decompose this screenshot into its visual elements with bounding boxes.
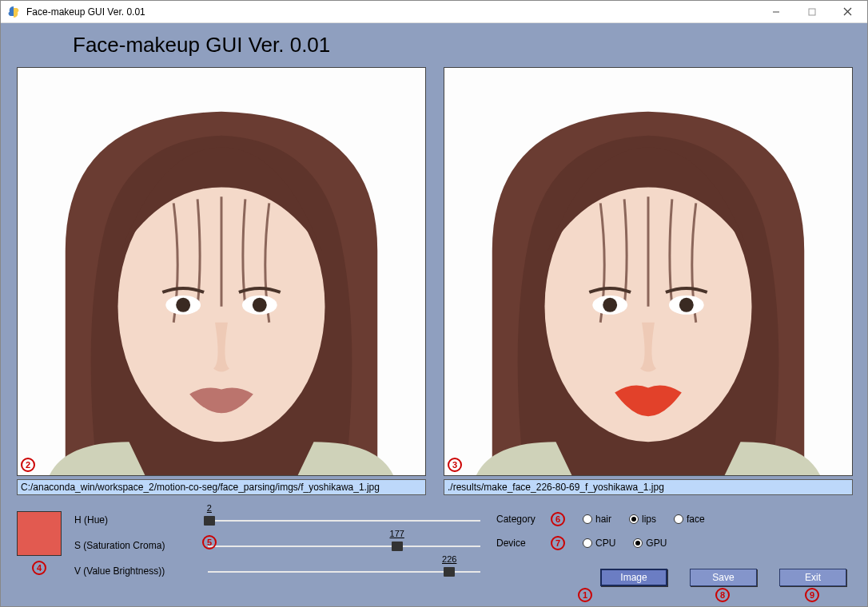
image-button[interactable]: Image [600,569,667,586]
annotation-9: 9 [805,588,819,602]
right-controls: Category 6 hair lips face Device 7 CPU G… [496,511,851,586]
device-row: Device 7 CPU GPU [496,535,851,551]
close-icon [843,7,852,16]
face-illustration-left [18,68,425,475]
hue-slider[interactable]: 2 [208,511,480,529]
annotation-1: 1 [578,588,592,602]
close-button[interactable] [830,2,866,22]
source-image: 2 [17,67,426,476]
left-image-column: 2 [17,67,426,495]
svg-rect-1 [809,9,815,15]
right-image-column: 3 [444,67,853,495]
hue-slider-row: H (Hue) 2 [74,511,480,529]
category-hair[interactable]: hair [583,514,611,525]
annotation-7: 7 [551,536,565,550]
value-value: 226 [442,554,456,564]
category-lips[interactable]: lips [629,514,656,525]
left-controls: 4 H (Hue) 2 S (Saturation Croma) [17,511,480,586]
exit-button[interactable]: Exit [779,569,846,586]
category-row: Category 6 hair lips face [496,511,851,527]
annotation-6: 6 [551,512,565,526]
svg-point-9 [253,298,267,312]
result-image: 3 [444,67,853,476]
annotation-8: 8 [715,588,730,602]
saturation-label: S (Saturation Croma) [74,540,198,551]
images-row: 2 [17,67,851,495]
svg-point-13 [603,298,617,312]
app-icon [7,6,20,18]
device-cpu[interactable]: CPU [583,538,615,549]
saturation-slider[interactable]: 177 [208,537,480,554]
result-path-field[interactable] [444,479,853,495]
window-buttons [758,2,866,22]
app-heading: Face-makeup GUI Ver. 0.01 [73,33,851,58]
value-slider-row: V (Value Brightness)) 226 [74,562,480,580]
saturation-slider-row: S (Saturation Croma) 177 [74,537,480,554]
annotation-4: 4 [32,561,46,575]
swatch-column: 4 [17,511,62,586]
content-area: Face-makeup GUI Ver. 0.01 [1,23,867,606]
sliders-group: H (Hue) 2 S (Saturation Croma) 177 [74,511,480,586]
maximize-icon [808,8,816,16]
device-gpu[interactable]: GPU [633,538,667,549]
app-window: Face-makeup GUI Ver. 0.01 Face-makeup GU… [0,0,868,607]
svg-point-7 [176,298,190,312]
annotation-3: 3 [448,458,462,472]
hue-thumb[interactable] [204,516,215,526]
saturation-value: 177 [390,529,404,538]
value-thumb[interactable] [444,567,455,577]
save-button[interactable]: Save [690,569,757,586]
category-label: Category [496,514,544,525]
face-illustration-right [444,68,852,475]
controls-row: 4 H (Hue) 2 S (Saturation Croma) [17,511,851,586]
buttons-row: Image 1 Save 8 Exit 9 [600,569,851,586]
color-swatch [17,511,62,556]
hue-label: H (Hue) [74,514,198,526]
saturation-thumb[interactable] [392,542,403,551]
device-label: Device [496,538,544,549]
minimize-icon [772,8,780,16]
titlebar: Face-makeup GUI Ver. 0.01 [1,1,867,23]
window-title: Face-makeup GUI Ver. 0.01 [26,6,758,18]
annotation-2: 2 [21,458,35,472]
value-slider[interactable]: 226 [208,562,480,580]
value-label: V (Value Brightness)) [74,565,198,577]
category-face[interactable]: face [674,514,705,525]
svg-point-15 [679,298,694,312]
source-path-field[interactable] [17,479,426,495]
minimize-button[interactable] [758,2,794,22]
hue-value: 2 [207,503,212,513]
annotation-5: 5 [202,535,217,549]
maximize-button[interactable] [794,2,830,22]
